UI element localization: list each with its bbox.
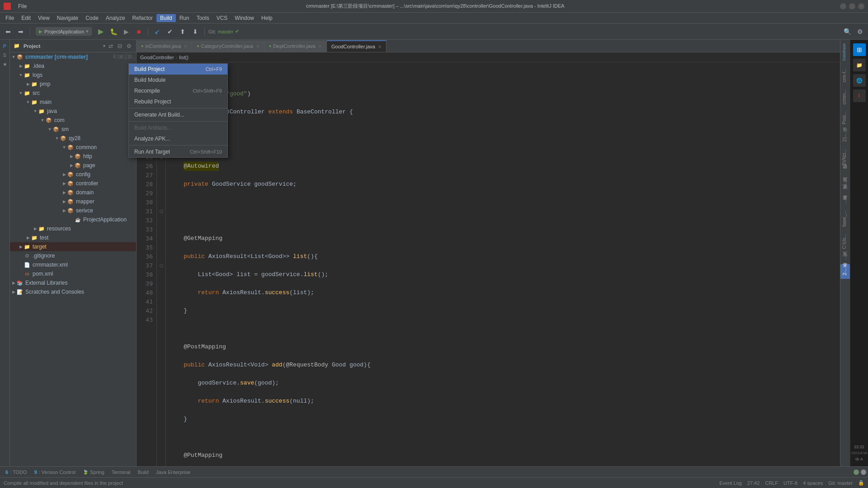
tab-close-in-controller[interactable]: ✕ — [184, 44, 187, 49]
win-start-btn[interactable]: ⊞ — [853, 43, 866, 56]
tree-item-common[interactable]: ▼ 📦 common — [10, 143, 136, 152]
tree-item-mapper[interactable]: ▶ 📦 mapper — [10, 197, 136, 206]
tab-close-category[interactable]: ✕ — [256, 44, 259, 49]
status-line-ending[interactable]: CRLF — [765, 480, 778, 486]
bottom-tab-terminal[interactable]: Terminal — [108, 467, 134, 477]
bottom-tab-java-enterprise[interactable]: Java Enterprise — [152, 467, 194, 477]
tree-item-target[interactable]: ▶ 📁 target — [10, 242, 136, 251]
menu-edit[interactable]: Edit — [18, 14, 34, 22]
tab-good-controller[interactable]: GoodController.java ✕ — [327, 40, 387, 52]
minimize-button[interactable]: ─ — [840, 3, 846, 9]
menu-run-ant-target[interactable]: Run Ant Target Ctrl+Shift+F10 — [137, 146, 227, 157]
menu-build[interactable]: Build — [156, 14, 176, 22]
tree-item-http[interactable]: ▶ 📦 http — [10, 152, 136, 161]
sidebar-settings-btn[interactable]: ⚙ — [125, 42, 132, 50]
structure-tool-btn[interactable]: S — [0, 51, 9, 60]
tree-item-qy28[interactable]: ▼ 📦 qy28 — [10, 134, 136, 143]
code-content[interactable]: @RestController @RequestMapping("good") … — [166, 62, 836, 466]
win-task-2[interactable]: 🌐 — [853, 74, 866, 87]
right-tool-svn[interactable]: SVNzi... — [840, 145, 850, 169]
push-button[interactable]: ⬆ — [177, 26, 188, 37]
back-button[interactable]: ⬅ — [3, 26, 14, 37]
search-button[interactable]: 🔍 — [842, 26, 853, 37]
project-tool-btn[interactable]: P — [0, 42, 9, 51]
right-tool-post[interactable]: Post... — [840, 108, 850, 128]
menu-analyze[interactable]: Analyze — [102, 14, 129, 22]
right-tool-database[interactable]: Database — [840, 40, 850, 65]
tree-item-idea[interactable]: ▶ 📁 .idea — [10, 61, 136, 70]
tab-dept-controller[interactable]: ● DeptController.java ✕ — [264, 40, 327, 52]
menu-generate-ant[interactable]: Generate Ant Build... — [137, 109, 227, 120]
gutter-collapse-37[interactable] — [160, 264, 163, 267]
menu-build-module[interactable]: Build Module — [137, 75, 227, 85]
tree-item-pmp[interactable]: ▶ 📁 pmp — [10, 80, 136, 89]
menu-help[interactable]: Help — [258, 14, 276, 22]
tree-item-logs[interactable]: ▼ 📁 logs — [10, 70, 136, 80]
menu-file[interactable]: File — [14, 2, 30, 10]
bottom-tab-spring[interactable]: 🍃 Spring — [79, 467, 108, 477]
bottom-tab-vcs[interactable]: 9 : Version Control — [31, 467, 79, 477]
left-tool-toggle[interactable] — [861, 469, 866, 475]
menu-recompile[interactable]: Recompile Ctrl+Shift+F9 — [137, 85, 227, 96]
menu-analyze-apk[interactable]: Analyze APK... — [137, 133, 227, 144]
gutter-collapse-31[interactable] — [160, 210, 163, 213]
status-encoding[interactable]: UTF-8 — [783, 480, 797, 486]
status-git[interactable]: Git: master — [828, 480, 853, 486]
right-tool-toggle[interactable] — [854, 469, 859, 475]
tree-item-page[interactable]: ▶ 📦 page — [10, 161, 136, 170]
status-event-log[interactable]: Event Log — [719, 480, 742, 486]
tree-item-scratches[interactable]: ▶ 📝 Scratches and Consoles — [10, 287, 136, 296]
debug-button[interactable]: 🐛 — [108, 26, 119, 37]
commit-button[interactable]: ✔ — [165, 26, 175, 37]
menu-view[interactable]: View — [34, 14, 53, 22]
bottom-tab-build[interactable]: Build — [134, 467, 152, 477]
forward-button[interactable]: ➡ — [15, 26, 26, 37]
scrollbar[interactable] — [836, 62, 840, 466]
close-button[interactable]: ✕ — [858, 3, 864, 9]
maximize-button[interactable]: □ — [849, 3, 855, 9]
run-coverage-button[interactable]: ▶ — [121, 26, 132, 37]
run-button[interactable]: ▶ — [95, 26, 106, 37]
right-tool-cus[interactable]: C:\Us... — [840, 230, 850, 253]
tree-item-com[interactable]: ▼ 📦 com — [10, 116, 136, 125]
menu-code[interactable]: Code — [82, 14, 102, 22]
tree-item-gitignore[interactable]: ▶ ⚙ .gitignore — [10, 251, 136, 260]
tree-item-resources[interactable]: ▶ 📁 resources — [10, 224, 136, 233]
tab-category-controller[interactable]: ● CategoryController.java ✕ — [192, 40, 264, 52]
tree-item-external-libs[interactable]: ▶ 📚 External Libraries — [10, 278, 136, 287]
menu-run[interactable]: Run — [176, 14, 193, 22]
settings-button[interactable]: ⚙ — [854, 26, 865, 37]
tab-in-controller[interactable]: ● inController.java ✕ — [137, 40, 192, 52]
tree-item-crmmaster-xml[interactable]: ▶ 📄 crmmaster.xml — [10, 260, 136, 269]
tree-item-controller[interactable]: ▶ 📦 controller — [10, 179, 136, 188]
vcs-button[interactable]: ⬇ — [190, 26, 201, 37]
menu-vcs[interactable]: VCS — [213, 14, 231, 22]
right-tool-notes[interactable]: 笔记 — [840, 169, 850, 176]
tree-item-test[interactable]: ▶ 📁 test — [10, 233, 136, 242]
menu-tools[interactable]: Tools — [193, 14, 213, 22]
right-tool-crm-f[interactable]: crm-f... — [840, 65, 850, 86]
tree-item-pom-xml[interactable]: ▶ m pom.xml — [10, 269, 136, 278]
win-task-idea[interactable]: I — [853, 89, 866, 102]
tree-item-domain[interactable]: ▶ 📦 domain — [10, 188, 136, 197]
menu-refactor[interactable]: Refactor — [129, 14, 156, 22]
favorites-tool-btn[interactable]: ★ — [0, 60, 9, 69]
right-tool-write[interactable]: 写文... — [840, 253, 850, 263]
sidebar-sync-btn[interactable]: ⇄ — [107, 42, 114, 50]
win-task-1[interactable]: 📁 — [853, 59, 866, 71]
right-tool-download[interactable]: 下载 — [840, 189, 850, 196]
right-tool-crmm[interactable]: crmm... — [840, 86, 850, 108]
right-tool-screen[interactable]: 屏幕... — [840, 196, 850, 207]
menu-window[interactable]: Window — [231, 14, 258, 22]
sidebar-collapse-btn[interactable]: ⊟ — [116, 42, 123, 50]
stop-button[interactable]: ■ — [133, 26, 144, 37]
tree-item-project-application[interactable]: ▶ ☕ ProjectApplication — [10, 215, 136, 224]
breadcrumb-method[interactable]: list() — [179, 55, 189, 60]
tree-item-serivce[interactable]: ▶ 📦 serivce — [10, 206, 136, 215]
tab-close-dept[interactable]: ✕ — [318, 44, 322, 49]
tab-close-good[interactable]: ✕ — [378, 44, 382, 49]
menu-navigate[interactable]: Navigate — [53, 14, 82, 22]
menu-build-project[interactable]: Build Project Ctrl+F9 — [137, 64, 227, 75]
tree-item-root[interactable]: ▼ 📦 crmmaster [crm-master] E:\第三阶... — [10, 52, 136, 61]
tree-item-config[interactable]: ▶ 📦 config — [10, 170, 136, 179]
